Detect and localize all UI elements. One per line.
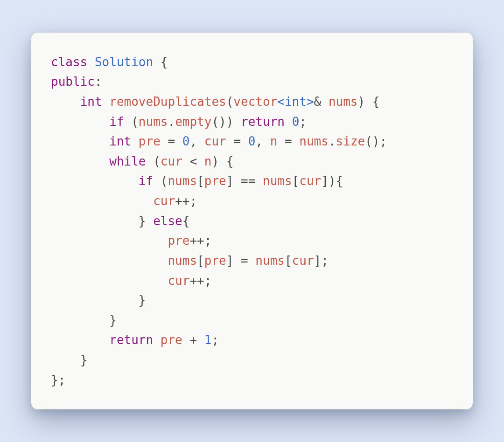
bracket-close: ] (314, 254, 322, 268)
id-pre: pre (204, 254, 226, 268)
id-nums: nums (168, 174, 197, 188)
dot: . (329, 134, 336, 148)
id-nums: nums (329, 95, 358, 109)
plusplus: ++ (189, 234, 204, 248)
paren-open: ( (365, 134, 372, 148)
comma: , (255, 134, 263, 148)
paren-close: ) (372, 134, 380, 148)
id-cur: cur (292, 254, 314, 268)
num-zero: 0 (292, 115, 300, 129)
angle-open: < (277, 95, 285, 109)
kw-if: if (139, 174, 153, 188)
brace-open: { (182, 214, 190, 228)
bracket-open: [ (197, 254, 204, 268)
bracket-close: ] (321, 174, 329, 188)
paren-open: ( (226, 95, 234, 109)
paren-close: ) (358, 95, 365, 109)
id-cur: cur (168, 274, 189, 288)
brace-open: { (372, 95, 380, 109)
type-vector: vector (233, 95, 277, 109)
amp: & (314, 95, 322, 109)
semi: ; (189, 194, 197, 208)
id-pre: pre (168, 234, 189, 248)
colon: : (95, 75, 102, 89)
brace-open: { (226, 154, 234, 168)
semi: ; (321, 254, 329, 268)
brace-close: } (109, 313, 117, 327)
bracket-open: [ (292, 174, 300, 188)
num-one: 1 (204, 333, 212, 347)
id-n: n (204, 154, 212, 168)
semi: ; (380, 134, 387, 148)
fn-size: size (336, 134, 365, 148)
paren-open: ( (161, 174, 168, 188)
id-cur: cur (153, 194, 175, 208)
kw-else: else (153, 214, 182, 228)
brace-close: } (139, 214, 146, 228)
dot: . (168, 115, 175, 129)
id-pre: pre (139, 134, 161, 148)
id-cur: cur (299, 174, 321, 188)
code-block: class Solution { public: int removeDupli… (51, 52, 453, 390)
id-pre: pre (204, 174, 226, 188)
code-card: class Solution { public: int removeDupli… (31, 33, 473, 410)
angle-close: > (307, 95, 314, 109)
bracket-close: ] (226, 174, 234, 188)
num-zero: 0 (248, 134, 256, 148)
bracket-open: [ (197, 174, 204, 188)
kw-int: int (80, 95, 102, 109)
kw-return: return (241, 115, 285, 129)
semi: ; (211, 333, 219, 347)
brace-close: } (80, 353, 88, 367)
paren-open: ( (131, 115, 139, 129)
kw-while: while (109, 154, 146, 168)
id-nums: nums (168, 254, 197, 268)
eq: = (241, 254, 248, 268)
id-pre: pre (161, 333, 182, 347)
brace-open: { (161, 55, 168, 69)
semi: ; (299, 115, 307, 129)
fn-removeduplicates: removeDuplicates (109, 95, 226, 109)
id-nums: nums (299, 134, 329, 148)
paren-open: ( (153, 154, 161, 168)
comma: , (189, 134, 197, 148)
kw-if: if (109, 115, 124, 129)
fn-empty: empty (175, 115, 211, 129)
tpl-int: int (285, 95, 307, 109)
id-nums: nums (255, 254, 285, 268)
id-nums: nums (139, 115, 168, 129)
brace-open: { (336, 174, 343, 188)
semi: ; (204, 234, 212, 248)
semi: ; (58, 373, 66, 387)
eqeq: == (241, 174, 255, 188)
bracket-open: [ (285, 254, 292, 268)
eq: = (233, 134, 241, 148)
brace-close: } (139, 293, 146, 307)
kw-return: return (109, 333, 153, 347)
kw-public: public (51, 75, 95, 89)
kw-class: class (51, 55, 87, 69)
eq: = (285, 134, 292, 148)
stage: class Solution { public: int removeDupli… (0, 0, 504, 442)
paren-close: ) (226, 115, 234, 129)
lt-op: < (189, 154, 197, 168)
eq: = (168, 134, 175, 148)
id-n: n (270, 134, 278, 148)
id-cur: cur (161, 154, 182, 168)
paren-open: ( (211, 115, 219, 129)
plus: + (189, 333, 197, 347)
num-zero: 0 (182, 134, 190, 148)
brace-close: } (51, 373, 58, 387)
plusplus: ++ (175, 194, 189, 208)
id-cur: cur (204, 134, 226, 148)
semi: ; (204, 274, 212, 288)
paren-close: ) (211, 154, 219, 168)
kw-int: int (109, 134, 131, 148)
id-nums: nums (263, 174, 292, 188)
bracket-close: ] (226, 254, 234, 268)
plusplus: ++ (189, 274, 204, 288)
paren-close: ) (219, 115, 226, 129)
type-solution: Solution (95, 55, 153, 69)
paren-close: ) (329, 174, 336, 188)
